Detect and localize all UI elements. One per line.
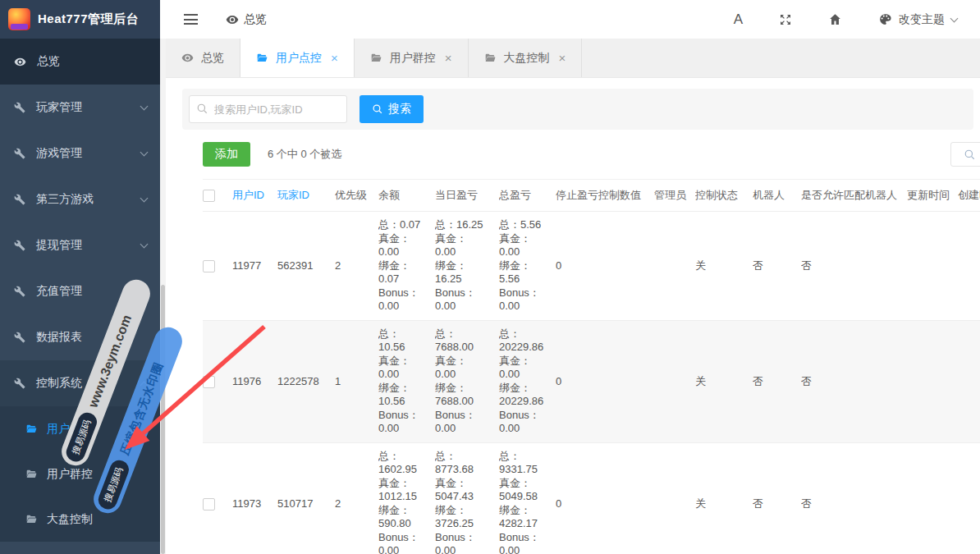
col-player-id[interactable]: 玩家ID [277,180,335,212]
sidebar-item-thirdparty[interactable]: 第三方游戏 [0,176,160,222]
cell-create-time [958,320,980,442]
select-all-checkbox[interactable] [203,190,215,202]
scrollbar-thumb[interactable] [161,285,165,554]
col-robot: 机器人 [753,180,801,212]
table-header-row: 用户ID 玩家ID 优先级 余额 当日盈亏 总盈亏 停止盈亏控制数值 管理员 控… [203,180,980,212]
close-icon[interactable]: × [445,52,452,64]
col-update-time: 更新时间 [907,180,958,212]
sidebar-item-games[interactable]: 游戏管理 [0,130,160,176]
wrench-icon [14,332,25,343]
sidebar-item-label: 总览 [37,54,147,69]
cell-balance: 总： 1602.95 真金： 1012.15 绑金： 590.80 Bonus：… [378,442,435,554]
theme-label: 改变主题 [899,12,945,27]
cell-daily-pnl: 总： 7688.00 真金： 0.00 绑金： 7688.00 Bonus： 0… [435,320,499,442]
selection-count: 6 个中 0 个被选 [268,147,341,162]
sidebar-subitem-market-control[interactable]: 大盘控制 [0,497,160,542]
menu-toggle-icon[interactable] [184,14,198,25]
tab-label: 总览 [201,51,224,66]
cell-priority: 2 [335,212,378,321]
sidebar-item-permissions[interactable]: 权限管理 [0,542,160,554]
cell-player-id: 510717 [277,442,335,554]
home-icon[interactable] [828,12,842,26]
tab-label: 大盘控制 [504,51,550,66]
cell-balance: 总：0.07 真金： 0.00 绑金： 0.07 Bonus： 0.00 [378,212,435,321]
folder-open-icon [256,53,268,64]
col-daily-pnl: 当日盈亏 [435,180,499,212]
table-search-button[interactable] [950,142,980,167]
sidebar-item-recharge[interactable]: 充值管理 [0,268,160,314]
folder-icon [370,53,382,64]
sidebar-subitem-user-point-control[interactable]: 用户点控 [0,406,160,451]
topbar-actions: A 改变主题 [734,11,957,28]
sidebar-subitem-user-group-control[interactable]: 用户群控 [0,451,160,497]
cell-daily-pnl: 总：16.25 真金： 0.00 绑金： 16.25 Bonus： 0.00 [435,212,499,321]
table-row: 11973 510717 2 总： 1602.95 真金： 1012.15 绑金… [203,442,980,554]
tab-overview[interactable]: 总览 [166,39,240,77]
search-button[interactable]: 搜索 [359,95,424,123]
chevron-down-icon [140,195,149,203]
sidebar-item-players[interactable]: 玩家管理 [0,85,160,130]
sidebar-item-reports[interactable]: 数据报表 [0,314,160,360]
select-all-cell [203,180,232,212]
col-control-status: 控制状态 [695,180,753,212]
chevron-down-icon [140,240,149,249]
search-panel: 搜索 [182,89,973,130]
control-system-submenu: 用户点控 用户群控 大盘控制 [0,406,160,542]
cell-priority: 1 [335,320,378,442]
sidebar-scrollbar[interactable] [160,39,166,554]
cell-user-id: 11973 [232,442,277,554]
cell-player-id: 562391 [277,212,335,321]
row-checkbox[interactable] [203,498,215,511]
cell-stop-value: 0 [556,442,654,554]
tab-user-point-control[interactable]: 用户点控 × [240,39,355,77]
row-checkbox[interactable] [203,376,215,388]
cell-robot: 否 [753,320,801,442]
cell-admin [654,320,695,442]
col-total-pnl: 总盈亏 [499,180,556,212]
row-select-cell [203,212,232,321]
eye-icon [226,13,239,26]
cell-user-id: 11977 [232,212,277,321]
row-checkbox[interactable] [203,260,215,272]
theme-switcher[interactable]: 改变主题 [878,12,957,27]
tab-market-control[interactable]: 大盘控制 × [469,39,583,77]
sidebar-item-control-system[interactable]: 控制系统 [0,360,160,406]
table-toolbar: 添加 6 个中 0 个被选 [203,142,973,167]
eye-icon [14,56,26,68]
sidebar-subitem-label: 大盘控制 [47,512,93,527]
cell-admin [654,212,695,321]
cell-allow-match-robot: 否 [801,442,907,554]
tab-user-group-control[interactable]: 用户群控 × [355,39,469,77]
col-priority: 优先级 [335,180,378,212]
sidebar-item-overview[interactable]: 总览 [0,39,160,85]
cell-update-time [907,320,958,442]
sidebar-item-withdraw[interactable]: 提现管理 [0,222,160,268]
cell-allow-match-robot: 否 [801,212,907,321]
cell-stop-value: 0 [556,320,654,442]
close-icon[interactable]: × [559,52,566,64]
add-button[interactable]: 添加 [203,142,250,167]
search-icon [964,149,976,161]
sidebar-item-label: 玩家管理 [36,100,131,115]
eye-icon [181,52,194,64]
search-input[interactable] [189,95,347,123]
breadcrumb[interactable]: 总览 [226,12,267,27]
sidebar-item-label: 游戏管理 [36,146,131,161]
app-logo-icon [8,8,30,30]
col-admin: 管理员 [654,180,695,212]
table-card: 添加 6 个中 0 个被选 用户ID 玩家ID 优先级 余额 当日 [182,142,973,554]
close-icon[interactable]: × [331,52,338,64]
main-content: 搜索 添加 6 个中 0 个被选 用户ID 玩家ID 优先级 [166,78,980,554]
cell-robot: 否 [753,442,801,554]
sidebar: Heat777管理后台 总览 玩家管理 游戏管理 第三方游戏 提现管理 充值管理… [0,0,160,554]
font-size-icon[interactable]: A [734,11,743,28]
sidebar-item-label: 控制系统 [36,376,131,391]
table-row: 11976 1222578 1 总： 10.56 真金： 0.00 绑金： 10… [203,320,980,442]
col-user-id[interactable]: 用户ID [232,180,277,212]
row-select-cell [203,442,232,554]
col-create-time: 创建时间 [958,180,980,212]
folder-icon [25,469,38,480]
cell-priority: 2 [335,442,378,554]
fullscreen-icon[interactable] [779,13,792,26]
sidebar-subitem-label: 用户点控 [47,422,93,437]
